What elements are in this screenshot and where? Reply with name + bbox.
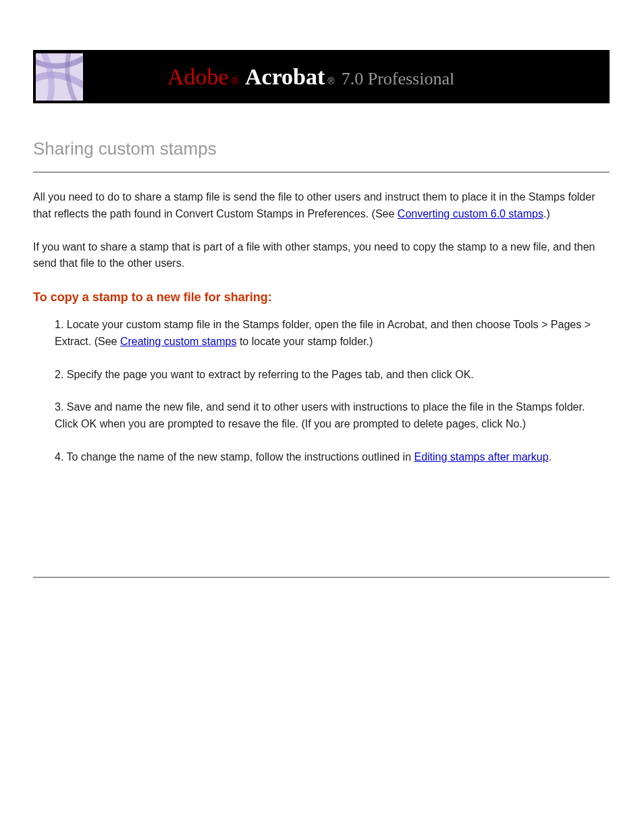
horizontal-rule	[33, 577, 610, 578]
header-title-text: Adobe® Acrobat® 7.0 Professional	[167, 64, 454, 90]
body-content: All you need to do to share a stamp file…	[33, 189, 610, 482]
registered-mark-icon: ®	[327, 76, 334, 86]
intro-paragraph-1: All you need to do to share a stamp file…	[33, 189, 610, 223]
version-label: 7.0 Professional	[342, 69, 455, 89]
creating-stamps-link[interactable]: Creating custom stamps	[120, 336, 237, 347]
step-3: 3. Save and name the new file, and send …	[55, 399, 610, 433]
step-2: 2. Specify the page you want to extract …	[55, 367, 610, 384]
registered-mark-icon: ®	[232, 76, 238, 86]
acrobat-brand: Acrobat	[245, 64, 325, 90]
converting-stamps-link[interactable]: Converting custom 6.0 stamps	[398, 208, 543, 219]
step-1: 1. Locate your custom stamp file in the …	[55, 317, 610, 350]
text-run: to locate your stamp folder.)	[236, 336, 373, 347]
acrobat-logo-icon	[36, 53, 83, 101]
adobe-brand: Adobe	[167, 64, 229, 90]
text-run: Preferences. (See	[307, 208, 397, 219]
text-run: .	[549, 451, 552, 463]
page-title: Sharing custom stamps	[33, 138, 217, 159]
howto-heading: To copy a stamp to a new file for sharin…	[33, 288, 610, 307]
header-banner: Adobe® Acrobat® 7.0 Professional	[33, 50, 610, 103]
horizontal-rule	[33, 172, 610, 173]
text-run: .)	[543, 208, 550, 219]
editing-stamps-link[interactable]: Editing stamps after markup	[414, 451, 548, 463]
step-4: 4. To change the name of the new stamp, …	[55, 449, 610, 466]
text-run: 4. To change the name of the new stamp, …	[55, 451, 414, 463]
intro-paragraph-2: If you want to share a stamp that is par…	[33, 239, 610, 273]
